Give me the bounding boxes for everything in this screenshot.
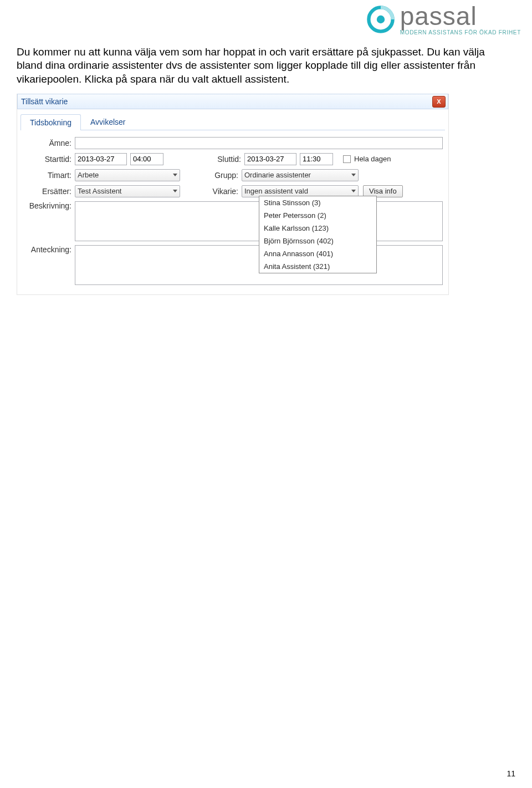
chevron-down-icon <box>351 174 356 176</box>
chevron-down-icon <box>173 190 177 192</box>
dialog-titlebar: Tillsätt vikarie X <box>17 94 448 109</box>
label-ersatter: Ersätter: <box>23 187 75 196</box>
label-sluttid: Sluttid: <box>186 155 244 164</box>
label-hela-dagen: Hela dagen <box>354 155 391 163</box>
input-start-date[interactable] <box>75 153 127 165</box>
label-anteckning: Anteckning: <box>23 245 75 254</box>
vikarie-option[interactable]: Björn Björnsson (402) <box>259 235 376 247</box>
checkbox-hela-dagen[interactable] <box>343 155 351 163</box>
input-end-date[interactable] <box>244 153 296 165</box>
dialog-window: Tillsätt vikarie X Tidsbokning Avvikelse… <box>17 94 449 295</box>
close-button[interactable]: X <box>432 96 446 108</box>
tab-avvikelser[interactable]: Avvikelser <box>81 114 135 130</box>
select-ersatter[interactable]: Test Assistent <box>75 185 180 197</box>
dialog-title: Tillsätt vikarie <box>18 97 68 106</box>
label-amne: Ämne: <box>23 139 75 148</box>
label-vikarie: Vikarie: <box>186 187 242 196</box>
vikarie-option[interactable]: Anna Annasson (401) <box>259 247 376 260</box>
close-icon: X <box>437 99 441 105</box>
label-starttid: Starttid: <box>23 155 75 164</box>
svg-point-1 <box>376 16 384 23</box>
input-end-time[interactable] <box>300 153 333 165</box>
select-ersatter-value: Test Assistent <box>78 187 121 195</box>
chevron-down-icon <box>351 190 356 192</box>
select-timart[interactable]: Arbete <box>75 169 180 181</box>
tab-tidsbokning[interactable]: Tidsbokning <box>21 114 81 130</box>
chevron-down-icon <box>173 174 177 176</box>
vikarie-option[interactable]: Peter Petersson (2) <box>259 209 376 222</box>
vikarie-dropdown-list: Stina Stinsson (3) Peter Petersson (2) K… <box>259 196 377 273</box>
input-start-time[interactable] <box>130 153 163 165</box>
select-timart-value: Arbete <box>78 171 99 179</box>
brand-name: passal <box>400 3 521 29</box>
brand-tagline: MODERN ASSISTANS FÖR ÖKAD FRIHET <box>400 30 521 35</box>
label-grupp: Grupp: <box>186 171 242 180</box>
visa-info-label: Visa info <box>369 187 397 195</box>
select-grupp-value: Ordinarie assistenter <box>244 171 311 179</box>
select-grupp[interactable]: Ordinarie assistenter <box>242 169 359 181</box>
tab-strip: Tidsbokning Avvikelser <box>21 114 445 130</box>
label-timart: Timart: <box>23 171 75 180</box>
brand-logo-block: passal MODERN ASSISTANS FÖR ÖKAD FRIHET <box>366 3 521 35</box>
select-vikarie-value: Ingen assistent vald <box>244 187 308 195</box>
brand-icon <box>366 4 396 34</box>
label-beskrivning: Beskrivning: <box>23 201 75 210</box>
vikarie-option[interactable]: Kalle Karlsson (123) <box>259 222 376 235</box>
page-number: 11 <box>507 769 515 778</box>
input-amne[interactable] <box>75 137 443 149</box>
vikarie-option[interactable]: Anita Assistent (321) <box>259 260 376 273</box>
vikarie-option[interactable]: Stina Stinsson (3) <box>259 196 376 209</box>
